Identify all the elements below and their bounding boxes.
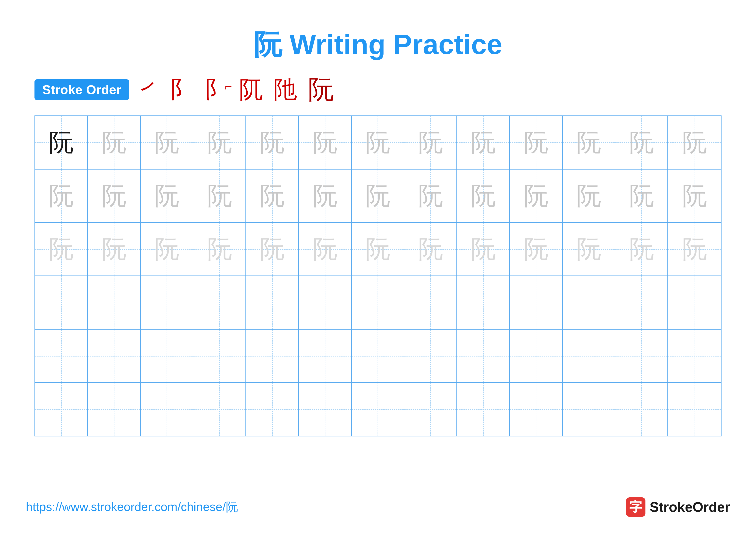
practice-char: 阮 <box>207 130 232 155</box>
grid-cell[interactable] <box>457 383 510 436</box>
grid-cell[interactable] <box>246 383 299 436</box>
stroke-step-5: 阤 <box>274 78 297 101</box>
grid-cell[interactable] <box>404 383 457 436</box>
grid-cell[interactable]: 阮 <box>35 116 88 169</box>
grid-cell[interactable]: 阮 <box>193 223 246 276</box>
practice-char: 阮 <box>365 130 390 155</box>
strokeorder-logo-icon: 字 <box>626 497 645 517</box>
grid-cell[interactable]: 阮 <box>404 116 457 169</box>
grid-cell[interactable]: 阮 <box>352 223 405 276</box>
practice-char: 阮 <box>629 237 654 262</box>
grid-cell[interactable]: 阮 <box>352 169 405 222</box>
grid-cell[interactable]: 阮 <box>457 169 510 222</box>
grid-cell[interactable]: 阮 <box>615 169 668 222</box>
grid-cell[interactable] <box>352 276 405 329</box>
grid-cell[interactable]: 阮 <box>668 223 721 276</box>
grid-cell[interactable]: 阮 <box>88 223 141 276</box>
practice-char: 阮 <box>154 184 179 208</box>
grid-cell[interactable]: 阮 <box>35 169 88 222</box>
grid-cell[interactable] <box>352 330 405 382</box>
grid-cell[interactable]: 阮 <box>352 116 405 169</box>
grid-cell[interactable] <box>510 383 563 436</box>
practice-char: 阮 <box>49 184 73 208</box>
grid-cell[interactable]: 阮 <box>193 169 246 222</box>
grid-cell[interactable]: 阮 <box>615 223 668 276</box>
grid-cell[interactable]: 阮 <box>510 116 563 169</box>
grid-cell[interactable] <box>88 383 141 436</box>
grid-cell[interactable] <box>88 276 141 329</box>
grid-cell[interactable] <box>404 276 457 329</box>
grid-cell[interactable]: 阮 <box>246 223 299 276</box>
grid-cell[interactable]: 阮 <box>563 223 615 276</box>
grid-cell[interactable]: 阮 <box>615 116 668 169</box>
practice-char: 阮 <box>682 184 707 208</box>
page-title: 阮 Writing Practice <box>254 29 502 60</box>
practice-char: 阮 <box>101 130 126 155</box>
grid-cell[interactable] <box>615 383 668 436</box>
practice-char: 阮 <box>524 184 548 208</box>
grid-cell[interactable] <box>88 330 141 382</box>
grid-cell[interactable] <box>193 330 246 382</box>
grid-cell[interactable] <box>563 330 615 382</box>
grid-cell[interactable]: 阮 <box>457 223 510 276</box>
grid-cell[interactable] <box>193 276 246 329</box>
grid-cell[interactable]: 阮 <box>88 116 141 169</box>
strokeorder-logo-text: StrokeOrder <box>650 499 730 515</box>
practice-char: 阮 <box>207 237 232 262</box>
title-chinese-char: 阮 <box>254 29 282 60</box>
grid-cell[interactable] <box>457 276 510 329</box>
grid-cell[interactable]: 阮 <box>141 169 194 222</box>
grid-cell[interactable] <box>668 276 721 329</box>
grid-cell[interactable]: 阮 <box>299 116 352 169</box>
grid-cell[interactable] <box>35 330 88 382</box>
grid-cell[interactable]: 阮 <box>563 169 615 222</box>
grid-cell[interactable] <box>615 276 668 329</box>
practice-char: 阮 <box>312 130 337 155</box>
grid-cell[interactable] <box>457 330 510 382</box>
grid-cell[interactable]: 阮 <box>35 223 88 276</box>
grid-cell[interactable]: 阮 <box>141 116 194 169</box>
grid-cell[interactable] <box>246 276 299 329</box>
grid-cell[interactable] <box>615 330 668 382</box>
grid-cell[interactable] <box>299 330 352 382</box>
grid-cell[interactable]: 阮 <box>457 116 510 169</box>
grid-cell[interactable] <box>510 330 563 382</box>
grid-cell[interactable] <box>246 330 299 382</box>
practice-char: 阮 <box>207 184 232 208</box>
grid-cell[interactable]: 阮 <box>510 223 563 276</box>
grid-cell[interactable]: 阮 <box>193 116 246 169</box>
grid-cell[interactable]: 阮 <box>299 169 352 222</box>
grid-cell[interactable] <box>299 383 352 436</box>
grid-cell[interactable] <box>141 383 194 436</box>
grid-cell[interactable] <box>352 383 405 436</box>
grid-cell[interactable] <box>563 276 615 329</box>
grid-cell[interactable]: 阮 <box>246 116 299 169</box>
grid-cell[interactable] <box>563 383 615 436</box>
grid-cell[interactable] <box>668 383 721 436</box>
grid-cell[interactable] <box>299 276 352 329</box>
grid-cell[interactable]: 阮 <box>668 116 721 169</box>
grid-cell[interactable] <box>404 330 457 382</box>
grid-row-4 <box>35 276 721 330</box>
grid-cell[interactable] <box>510 276 563 329</box>
practice-char: 阮 <box>629 130 654 155</box>
grid-cell[interactable]: 阮 <box>246 169 299 222</box>
practice-char: 阮 <box>524 237 548 262</box>
grid-cell[interactable]: 阮 <box>404 223 457 276</box>
grid-cell[interactable]: 阮 <box>141 223 194 276</box>
footer-url[interactable]: https://www.strokeorder.com/chinese/阮 <box>26 499 238 515</box>
grid-cell[interactable] <box>193 383 246 436</box>
grid-cell[interactable]: 阮 <box>88 169 141 222</box>
grid-cell[interactable] <box>35 276 88 329</box>
grid-cell[interactable]: 阮 <box>668 169 721 222</box>
title-english: Writing Practice <box>289 29 502 60</box>
grid-cell[interactable]: 阮 <box>299 223 352 276</box>
practice-char: 阮 <box>260 130 284 155</box>
grid-cell[interactable]: 阮 <box>404 169 457 222</box>
grid-cell[interactable] <box>141 276 194 329</box>
grid-cell[interactable] <box>668 330 721 382</box>
grid-cell[interactable] <box>141 330 194 382</box>
grid-cell[interactable]: 阮 <box>563 116 615 169</box>
grid-cell[interactable]: 阮 <box>510 169 563 222</box>
grid-cell[interactable] <box>35 383 88 436</box>
